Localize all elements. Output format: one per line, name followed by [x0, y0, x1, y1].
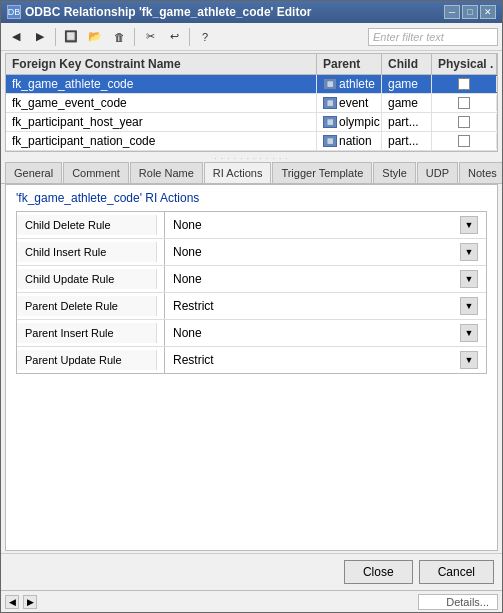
table-icon: ▦: [323, 78, 337, 90]
child-insert-value: None ▼: [165, 239, 486, 265]
rule-divider: [157, 347, 165, 373]
fk-name-cell: fk_participant_host_year: [6, 113, 317, 131]
toolbar-separator-1: [55, 28, 56, 46]
parent-update-dropdown[interactable]: ▼: [460, 351, 478, 369]
parent-cell: ▦ nation: [317, 132, 382, 150]
physical-cell: [432, 114, 497, 130]
child-cell: game: [382, 75, 432, 93]
parent-update-label: Parent Update Rule: [17, 350, 157, 370]
child-cell: part...: [382, 132, 432, 150]
resize-handle[interactable]: · · · · · · · · · · · ·: [1, 154, 502, 162]
parent-update-text: Restrict: [173, 353, 214, 367]
child-insert-text: None: [173, 245, 202, 259]
physical-cell: [432, 95, 497, 111]
window-title: ODBC Relationship 'fk_game_athlete_code'…: [25, 5, 311, 19]
col-header-parent: Parent: [317, 54, 382, 74]
child-update-text: None: [173, 272, 202, 286]
status-bar: ◀ ▶ Details...: [1, 590, 502, 612]
physical-checkbox[interactable]: [458, 116, 470, 128]
physical-cell: [432, 76, 497, 92]
rules-table: Child Delete Rule None ▼ Child Insert Ru…: [16, 211, 487, 374]
title-bar: DB ODBC Relationship 'fk_game_athlete_co…: [1, 1, 502, 23]
child-insert-label: Child Insert Rule: [17, 242, 157, 262]
tab-ri-actions[interactable]: RI Actions: [204, 162, 272, 184]
forward-button[interactable]: ▶: [29, 26, 51, 48]
child-cell: game: [382, 94, 432, 112]
col-header-fk: Foreign Key Constraint Name: [6, 54, 317, 74]
tab-style[interactable]: Style: [373, 162, 415, 183]
rule-divider: [157, 212, 165, 238]
delete-button[interactable]: 🗑: [108, 26, 130, 48]
cut-button[interactable]: ✂: [139, 26, 161, 48]
fk-name-cell: fk_participant_nation_code: [6, 132, 317, 150]
rule-divider: [157, 266, 165, 292]
parent-value: event: [339, 96, 368, 110]
parent-cell: ▦ athlete: [317, 75, 382, 93]
title-bar-left: DB ODBC Relationship 'fk_game_athlete_co…: [7, 5, 311, 19]
maximize-button[interactable]: □: [462, 5, 478, 19]
cancel-button[interactable]: Cancel: [419, 560, 494, 584]
child-delete-text: None: [173, 218, 202, 232]
parent-insert-value: None ▼: [165, 320, 486, 346]
parent-insert-dropdown[interactable]: ▼: [460, 324, 478, 342]
parent-value: olympic: [339, 115, 380, 129]
table-icon: ▦: [323, 135, 337, 147]
tab-notes[interactable]: Notes: [459, 162, 502, 183]
rule-row-parent-insert: Parent Insert Rule None ▼: [17, 320, 486, 347]
col-header-child: Child: [382, 54, 432, 74]
table-icon: ▦: [323, 116, 337, 128]
rule-row-child-insert: Child Insert Rule None ▼: [17, 239, 486, 266]
table-row[interactable]: fk_game_event_code ▦ event game: [6, 94, 497, 113]
table-icon: ▦: [323, 97, 337, 109]
parent-cell: ▦ olympic: [317, 113, 382, 131]
fk-name-cell: fk_game_athlete_code: [6, 75, 317, 93]
back-button[interactable]: ◀: [5, 26, 27, 48]
tab-comment[interactable]: Comment: [63, 162, 129, 183]
child-insert-dropdown[interactable]: ▼: [460, 243, 478, 261]
parent-cell: ▦ event: [317, 94, 382, 112]
table-row[interactable]: fk_participant_nation_code ▦ nation part…: [6, 132, 497, 151]
physical-cell: [432, 133, 497, 149]
tabs-bar: General Comment Role Name RI Actions Tri…: [1, 162, 502, 184]
physical-checkbox[interactable]: [458, 97, 470, 109]
close-button[interactable]: Close: [344, 560, 413, 584]
close-window-button[interactable]: ✕: [480, 5, 496, 19]
child-delete-dropdown[interactable]: ▼: [460, 216, 478, 234]
tab-trigger-template[interactable]: Trigger Template: [272, 162, 372, 183]
physical-checkbox[interactable]: [458, 135, 470, 147]
tab-udp[interactable]: UDP: [417, 162, 458, 183]
table-row[interactable]: fk_participant_host_year ▦ olympic part.…: [6, 113, 497, 132]
open-button[interactable]: 📂: [84, 26, 106, 48]
bottom-buttons: Close Cancel: [1, 553, 502, 590]
parent-delete-dropdown[interactable]: ▼: [460, 297, 478, 315]
rule-divider: [157, 320, 165, 346]
filter-input[interactable]: Enter filter text: [368, 28, 498, 46]
status-next-button[interactable]: ▶: [23, 595, 37, 609]
status-prev-button[interactable]: ◀: [5, 595, 19, 609]
rule-divider: [157, 293, 165, 319]
parent-value: nation: [339, 134, 372, 148]
undo-button[interactable]: ↩: [163, 26, 185, 48]
parent-delete-text: Restrict: [173, 299, 214, 313]
tab-general[interactable]: General: [5, 162, 62, 183]
child-delete-label: Child Delete Rule: [17, 215, 157, 235]
child-update-dropdown[interactable]: ▼: [460, 270, 478, 288]
help-button[interactable]: ?: [194, 26, 216, 48]
table-row[interactable]: fk_game_athlete_code ▦ athlete game: [6, 75, 497, 94]
parent-insert-label: Parent Insert Rule: [17, 323, 157, 343]
minimize-button[interactable]: ─: [444, 5, 460, 19]
new-button[interactable]: 🔲: [60, 26, 82, 48]
constraint-table: Foreign Key Constraint Name Parent Child…: [5, 53, 498, 152]
parent-delete-value: Restrict ▼: [165, 293, 486, 319]
rule-row-parent-delete: Parent Delete Rule Restrict ▼: [17, 293, 486, 320]
ri-actions-title: 'fk_game_athlete_code' RI Actions: [6, 185, 497, 211]
physical-checkbox[interactable]: [458, 78, 470, 90]
parent-value: athlete: [339, 77, 375, 91]
main-content-area: 'fk_game_athlete_code' RI Actions Child …: [5, 184, 498, 551]
toolbar: ◀ ▶ 🔲 📂 🗑 ✂ ↩ ? Enter filter text: [1, 23, 502, 51]
rule-row-child-delete: Child Delete Rule None ▼: [17, 212, 486, 239]
parent-update-value: Restrict ▼: [165, 347, 486, 373]
child-update-value: None ▼: [165, 266, 486, 292]
tab-role-name[interactable]: Role Name: [130, 162, 203, 183]
child-delete-value: None ▼: [165, 212, 486, 238]
